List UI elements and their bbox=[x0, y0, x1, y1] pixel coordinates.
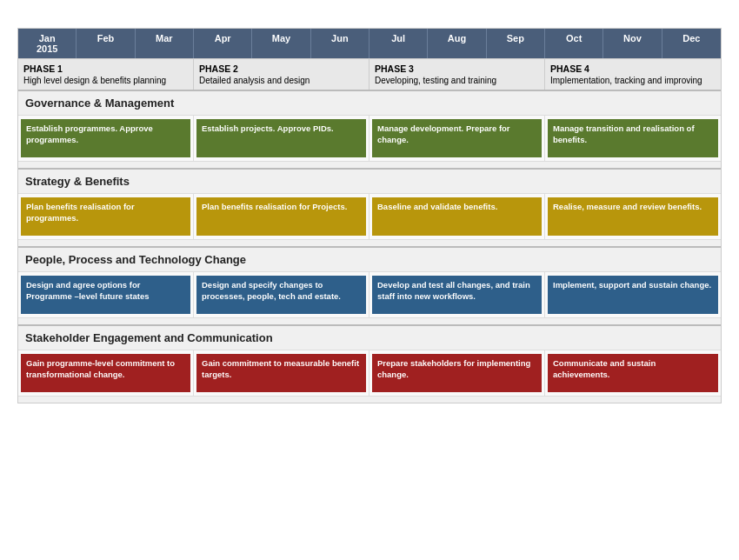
task-cell-0-1: Establish projects. Approve PIDs. bbox=[194, 116, 370, 161]
spacer-2 bbox=[18, 317, 721, 324]
task-cell-0-2: Manage development. Prepare for change. bbox=[370, 116, 545, 161]
task-block-0-2: Manage development. Prepare for change. bbox=[372, 119, 542, 157]
task-row-3: Gain programme-level commitment to trans… bbox=[18, 350, 721, 396]
task-block-1-1: Plan benefits realisation for Projects. bbox=[196, 197, 366, 236]
task-block-0-0: Establish programmes. Approve programmes… bbox=[21, 119, 190, 157]
phase-row: PHASE 1High level design & benefits plan… bbox=[18, 58, 721, 90]
task-block-3-0: Gain programme-level commitment to trans… bbox=[21, 354, 190, 392]
task-block-2-1: Design and specify changes to processes,… bbox=[196, 276, 366, 314]
task-cell-1-1: Plan benefits realisation for Projects. bbox=[194, 194, 370, 239]
month-header-9: Sep bbox=[487, 29, 545, 58]
task-cell-2-2: Develop and test all changes, and train … bbox=[370, 272, 545, 317]
task-block-0-1: Establish projects. Approve PIDs. bbox=[196, 119, 366, 157]
month-header-2: Feb bbox=[77, 29, 135, 58]
task-cell-0-0: Establish programmes. Approve programmes… bbox=[18, 116, 194, 161]
task-block-3-3: Communicate and sustain achievements. bbox=[548, 354, 718, 392]
spacer-0 bbox=[18, 161, 721, 168]
task-cell-3-0: Gain programme-level commitment to trans… bbox=[18, 350, 194, 396]
task-row-2: Design and agree options for Programme –… bbox=[18, 271, 721, 317]
month-header-4: Apr bbox=[194, 29, 252, 58]
section-header-2: People, Process and Technology Change bbox=[18, 246, 721, 271]
roadmap-table: Jan2015FebMarAprMayJunJulAugSepOctNovDec… bbox=[17, 28, 722, 403]
task-cell-3-1: Gain commitment to measurable benefit ta… bbox=[194, 350, 370, 396]
section-header-1: Strategy & Benefits bbox=[18, 168, 721, 193]
task-row-0: Establish programmes. Approve programmes… bbox=[18, 115, 721, 161]
month-header-10: Oct bbox=[545, 29, 603, 58]
phase-cell-4: PHASE 4Implementation, tracking and impr… bbox=[545, 59, 721, 90]
section-header-3: Stakeholder Engagement and Communication bbox=[18, 324, 721, 350]
phase-cell-2: PHASE 2Detailed analysis and design bbox=[194, 59, 370, 90]
task-cell-2-0: Design and agree options for Programme –… bbox=[18, 272, 194, 317]
task-block-3-2: Prepare stakeholders for implementing ch… bbox=[372, 354, 542, 392]
task-cell-1-0: Plan benefits realisation for programmes… bbox=[18, 194, 194, 239]
task-cell-3-2: Prepare stakeholders for implementing ch… bbox=[370, 350, 545, 396]
task-block-1-3: Realise, measure and review benefits. bbox=[548, 197, 718, 236]
month-header-1: Jan2015 bbox=[18, 29, 77, 58]
task-block-2-2: Develop and test all changes, and train … bbox=[372, 276, 542, 314]
task-cell-1-3: Realise, measure and review benefits. bbox=[545, 194, 721, 239]
month-header-5: May bbox=[252, 29, 310, 58]
task-cell-3-3: Communicate and sustain achievements. bbox=[545, 350, 721, 396]
task-block-3-1: Gain commitment to measurable benefit ta… bbox=[196, 354, 366, 392]
month-header-7: Jul bbox=[370, 29, 428, 58]
month-header-12: Dec bbox=[662, 29, 721, 58]
section-header-0: Governance & Management bbox=[18, 90, 721, 115]
month-header-11: Nov bbox=[603, 29, 662, 58]
task-cell-2-3: Implement, support and sustain change. bbox=[545, 272, 721, 317]
task-cell-2-1: Design and specify changes to processes,… bbox=[194, 272, 370, 317]
month-header-8: Aug bbox=[428, 29, 486, 58]
month-header-row: Jan2015FebMarAprMayJunJulAugSepOctNovDec bbox=[18, 29, 721, 58]
spacer-1 bbox=[18, 239, 721, 246]
month-header-6: Jun bbox=[311, 29, 370, 58]
task-block-0-3: Manage transition and realisation of ben… bbox=[548, 119, 718, 157]
task-row-1: Plan benefits realisation for programmes… bbox=[18, 193, 721, 239]
task-cell-0-3: Manage transition and realisation of ben… bbox=[545, 116, 721, 161]
phase-cell-3: PHASE 3Developing, testing and training bbox=[370, 59, 545, 90]
spacer-3 bbox=[18, 396, 721, 403]
task-block-2-0: Design and agree options for Programme –… bbox=[21, 276, 190, 314]
task-cell-1-2: Baseline and validate benefits. bbox=[370, 194, 545, 239]
phase-cell-1: PHASE 1High level design & benefits plan… bbox=[18, 59, 194, 90]
task-block-1-0: Plan benefits realisation for programmes… bbox=[21, 197, 190, 236]
task-block-1-2: Baseline and validate benefits. bbox=[372, 197, 542, 236]
month-header-3: Mar bbox=[136, 29, 194, 58]
task-block-2-3: Implement, support and sustain change. bbox=[548, 276, 718, 314]
